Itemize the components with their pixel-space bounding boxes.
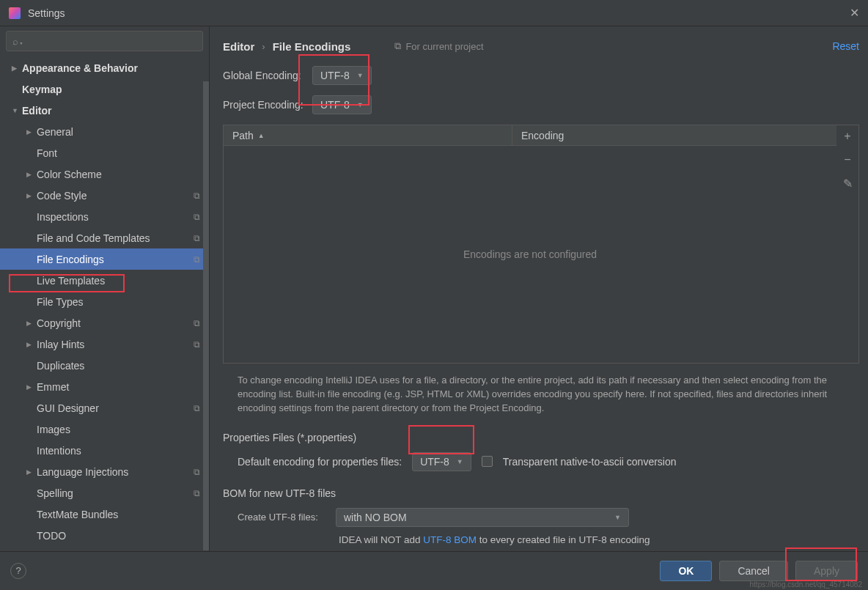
bom-note: IDEA will NOT add UTF-8 BOM to every cre… — [223, 534, 859, 545]
sidebar-item-label: TODO — [37, 530, 66, 542]
sidebar-item-intentions[interactable]: Intentions — [0, 440, 209, 461]
sidebar-item-label: GUI Designer — [37, 402, 99, 414]
expand-arrow-icon[interactable] — [12, 107, 22, 114]
sidebar-item-appearance-behavior[interactable]: Appearance & Behavior — [0, 57, 209, 78]
sidebar-item-label: TextMate Bundles — [37, 509, 118, 520]
sidebar-item-inlay-hints[interactable]: Inlay Hints⧉ — [0, 333, 209, 355]
expand-arrow-icon[interactable] — [26, 192, 37, 199]
project-scope-icon: ⧉ — [194, 254, 200, 265]
sidebar-item-label: Intentions — [37, 445, 81, 457]
breadcrumb-root[interactable]: Editor — [223, 40, 254, 53]
sidebar-item-label: Appearance & Behavior — [22, 62, 138, 74]
watermark: https://blog.csdn.net/qq_45714082 — [750, 580, 862, 589]
help-button[interactable]: ? — [10, 563, 26, 579]
sidebar-item-label: Inlay Hints — [37, 339, 84, 350]
sidebar-item-file-and-code-templates[interactable]: File and Code Templates⧉ — [0, 227, 209, 248]
sidebar-item-label: Color Scheme — [37, 169, 102, 180]
sidebar-item-general[interactable]: General — [0, 121, 209, 142]
app-icon — [9, 7, 21, 19]
bom-dropdown[interactable]: with NO BOM▼ — [336, 508, 629, 527]
sidebar-item-label: Editor — [22, 105, 51, 117]
project-scope-icon: ⧉ — [194, 467, 200, 477]
main-panel: Editor › File Encodings ⧉For current pro… — [210, 26, 868, 551]
sidebar-item-code-style[interactable]: Code Style⧉ — [0, 185, 209, 206]
project-scope-icon: ⧉ — [194, 233, 200, 243]
properties-encoding-label: Default encoding for properties files: — [238, 456, 402, 468]
sidebar-item-label: Live Templates — [37, 275, 105, 287]
sidebar-item-live-templates[interactable]: Live Templates — [0, 270, 209, 291]
dialog-footer: ? OK Cancel Apply — [0, 551, 868, 589]
sidebar-item-file-encodings[interactable]: File Encodings⧉ — [0, 248, 209, 270]
expand-arrow-icon[interactable] — [26, 171, 37, 178]
project-scope-icon: ⧉ — [194, 403, 200, 413]
sidebar-item-font[interactable]: Font — [0, 142, 209, 163]
sidebar-item-todo[interactable]: TODO — [0, 525, 209, 546]
project-encoding-dropdown[interactable]: UTF-8▼ — [312, 95, 372, 114]
scope-note: ⧉For current project — [394, 40, 483, 52]
sidebar-item-label: Language Injections — [37, 466, 128, 478]
column-path[interactable]: Path▲ — [224, 125, 512, 145]
expand-arrow-icon[interactable] — [26, 468, 37, 476]
sidebar-item-label: File Types — [37, 296, 84, 308]
breadcrumb-leaf: File Encodings — [273, 40, 351, 53]
project-scope-icon: ⧉ — [194, 488, 200, 498]
ok-button[interactable]: OK — [660, 561, 712, 581]
project-scope-icon: ⧉ — [194, 191, 200, 201]
expand-arrow-icon[interactable] — [26, 128, 37, 136]
sidebar-item-textmate-bundles[interactable]: TextMate Bundles — [0, 504, 209, 525]
sidebar-item-gui-designer[interactable]: GUI Designer⧉ — [0, 397, 209, 418]
global-encoding-label: Global Encoding: — [223, 70, 312, 81]
window-title: Settings — [28, 7, 850, 19]
sidebar-item-emmet[interactable]: Emmet — [0, 376, 209, 397]
sidebar-item-inspections[interactable]: Inspections⧉ — [0, 206, 209, 227]
scrollbar[interactable] — [203, 81, 209, 550]
sidebar-item-label: General — [37, 126, 73, 138]
sidebar-item-label: Code Style — [37, 190, 87, 202]
help-text: To change encoding IntelliJ IDEA uses fo… — [238, 374, 845, 416]
apply-button[interactable]: Apply — [795, 561, 858, 581]
sidebar-item-images[interactable]: Images — [0, 418, 209, 440]
settings-sidebar: ⌕▾ Appearance & BehaviorKeymapEditorGene… — [0, 26, 210, 551]
sidebar-item-spelling[interactable]: Spelling⧉ — [0, 482, 209, 504]
sidebar-item-color-scheme[interactable]: Color Scheme — [0, 163, 209, 185]
project-scope-icon: ⧉ — [194, 339, 200, 350]
sidebar-item-label: File and Code Templates — [37, 232, 150, 244]
project-scope-icon: ⧉ — [194, 318, 200, 328]
reset-link[interactable]: Reset — [832, 40, 859, 52]
bom-label: Create UTF-8 files: — [238, 512, 326, 523]
sidebar-item-label: Inspections — [37, 211, 89, 223]
sidebar-item-duplicates[interactable]: Duplicates — [0, 355, 209, 376]
sidebar-item-label: Font — [37, 147, 57, 159]
expand-arrow-icon[interactable] — [26, 383, 37, 391]
path-encoding-table: Path▲ Encoding Encodings are not configu… — [223, 125, 859, 364]
search-input[interactable]: ⌕▾ — [6, 31, 203, 51]
settings-tree: Appearance & BehaviorKeymapEditorGeneral… — [0, 57, 209, 551]
remove-icon[interactable]: − — [844, 153, 850, 166]
search-icon: ⌕▾ — [12, 36, 24, 47]
expand-arrow-icon[interactable] — [26, 341, 37, 348]
add-icon[interactable]: + — [844, 130, 850, 143]
properties-section-title: Properties Files (*.properties) — [223, 432, 859, 443]
sidebar-item-file-types[interactable]: File Types — [0, 291, 209, 312]
sidebar-item-label: Images — [37, 424, 70, 435]
expand-arrow-icon[interactable] — [26, 320, 37, 327]
properties-encoding-dropdown[interactable]: UTF-8▼ — [412, 452, 471, 471]
table-empty-text: Encodings are not configured — [224, 146, 836, 363]
sidebar-item-keymap[interactable]: Keymap — [0, 78, 209, 100]
sidebar-item-copyright[interactable]: Copyright⧉ — [0, 312, 209, 333]
sidebar-item-label: Duplicates — [37, 360, 84, 372]
close-icon[interactable]: ✕ — [850, 6, 859, 20]
sidebar-item-language-injections[interactable]: Language Injections⧉ — [0, 461, 209, 482]
bom-section-title: BOM for new UTF-8 files — [223, 487, 859, 499]
global-encoding-dropdown[interactable]: UTF-8▼ — [312, 66, 372, 85]
utf8-bom-link[interactable]: UTF-8 BOM — [423, 534, 477, 545]
sidebar-item-editor[interactable]: Editor — [0, 100, 209, 121]
cancel-button[interactable]: Cancel — [719, 561, 788, 581]
expand-arrow-icon[interactable] — [12, 64, 22, 72]
project-scope-icon: ⧉ — [194, 212, 200, 222]
column-encoding[interactable]: Encoding — [512, 125, 836, 145]
breadcrumb: Editor › File Encodings ⧉For current pro… — [223, 37, 859, 56]
transparent-ascii-checkbox[interactable] — [482, 456, 493, 467]
sidebar-item-label: Emmet — [37, 381, 69, 393]
edit-icon[interactable]: ✎ — [843, 177, 853, 191]
